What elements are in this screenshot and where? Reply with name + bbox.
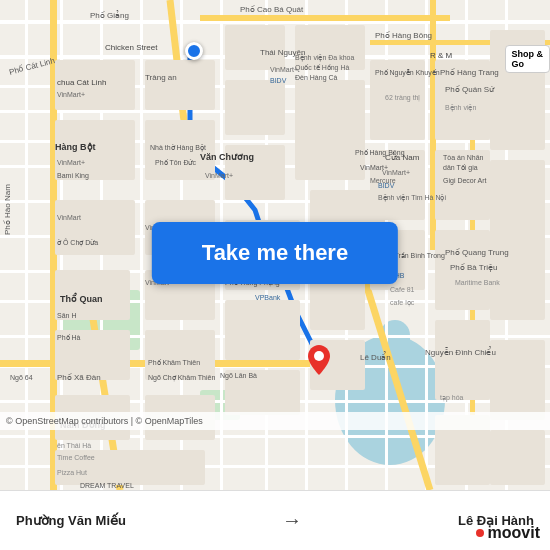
svg-line-36 [90,300,120,490]
svg-rect-6 [0,20,550,24]
svg-rect-50 [55,200,135,255]
svg-text:Cafe 81: Cafe 81 [390,286,415,293]
svg-text:Tràng an: Tràng an [145,73,177,82]
svg-text:Văn Chương: Văn Chương [200,152,254,162]
svg-text:Phố Cát Linh: Phố Cát Linh [8,56,56,77]
svg-text:Thái Nguyên: Thái Nguyên [260,48,305,57]
svg-rect-17 [0,365,550,368]
attribution-text: © OpenStreetMap contributors | © OpenMap… [6,416,203,426]
svg-rect-64 [55,330,130,380]
svg-text:Phố Nguyễn Khuyến: Phố Nguyễn Khuyến [375,69,440,77]
svg-rect-76 [490,430,545,485]
svg-text:Phố Tôn Đức: Phố Tôn Đức [155,159,196,166]
svg-text:Quốc tế Hồng Hà: Quốc tế Hồng Hà [295,64,350,72]
svg-rect-42 [470,100,475,450]
svg-text:Phố Hàng Bông: Phố Hàng Bông [375,31,432,40]
origin-info: Phường Văn Miếu [16,513,126,528]
svg-text:VinMart+: VinMart+ [57,91,85,98]
svg-text:Bệnh viện: Bệnh viện [445,104,476,112]
svg-text:Pizza Hut: Pizza Hut [57,469,87,476]
svg-rect-39 [200,15,450,21]
svg-text:Maritime Bank: Maritime Bank [455,279,500,286]
svg-rect-12 [0,200,550,203]
svg-rect-9 [0,110,550,113]
svg-text:BIDV: BIDV [378,182,395,189]
svg-text:Nguyễn Đình Chiểu: Nguyễn Đình Chiểu [425,346,496,357]
svg-text:Phố Hào Nam: Phố Hào Nam [3,184,12,235]
svg-text:Tòa án Nhân: Tòa án Nhân [443,154,484,161]
svg-rect-70 [55,450,205,485]
svg-rect-1 [60,290,140,350]
svg-text:Đèn Hàng Cà: Đèn Hàng Cà [295,74,338,82]
svg-text:Bami King: Bami King [57,172,89,180]
svg-text:Ngõ 64: Ngõ 64 [10,374,33,382]
shop-badge-text2: Go [512,59,525,69]
svg-point-5 [335,335,445,465]
svg-rect-73 [435,320,490,400]
svg-point-150 [314,351,324,361]
svg-text:Sân H: Sân H [57,312,76,319]
svg-text:chua Cát Linh: chua Cát Linh [57,78,106,87]
svg-text:dân Tối gia: dân Tối gia [443,164,478,172]
svg-line-35 [170,0,185,130]
svg-text:Bệnh viện Tim Hà Nội: Bệnh viện Tim Hà Nội [378,194,446,202]
svg-rect-11 [0,165,550,168]
svg-rect-19 [0,435,550,438]
svg-rect-58 [435,150,490,220]
svg-text:Phố Quán Sứ: Phố Quán Sứ [445,85,495,94]
svg-rect-47 [55,120,135,180]
shop-badge: Shop & Go [505,45,551,73]
svg-rect-38 [0,360,350,367]
svg-rect-54 [370,60,425,140]
svg-text:Phố Khâm Thiên: Phố Khâm Thiên [148,359,200,366]
svg-text:VinMart+: VinMart+ [360,164,388,171]
svg-rect-55 [435,60,490,140]
svg-rect-8 [0,85,550,88]
svg-text:Cửa Nam: Cửa Nam [385,152,420,162]
svg-text:Phố Hàng Bông: Phố Hàng Bông [355,149,405,157]
svg-text:Thổ Quan: Thổ Quan [60,292,103,304]
svg-rect-4 [380,320,410,360]
svg-text:Phố Cao Bá Quát: Phố Cao Bá Quát [240,5,304,14]
attribution-bar: © OpenStreetMap contributors | © OpenMap… [0,412,550,430]
svg-text:Phố Quang Trung: Phố Quang Trung [445,248,509,257]
svg-rect-45 [225,25,285,70]
svg-text:R & M: R & M [430,51,453,60]
svg-text:Chicken Street: Chicken Street [105,43,158,52]
svg-text:ên Thái Hà: ên Thái Hà [57,442,91,449]
svg-text:VinMart+: VinMart+ [57,159,85,166]
svg-text:VinMart+: VinMart+ [205,172,233,179]
svg-text:62 tràng thị: 62 tràng thị [385,94,420,102]
svg-rect-20 [0,465,550,468]
svg-rect-59 [55,270,130,320]
svg-rect-46 [295,25,365,70]
svg-rect-44 [145,60,215,110]
svg-text:Phố Hà: Phố Hà [57,334,81,341]
svg-rect-15 [0,300,550,303]
svg-rect-53 [295,80,365,180]
svg-rect-74 [490,340,545,420]
svg-text:Time Coffee: Time Coffee [57,454,95,461]
svg-rect-72 [490,160,545,320]
svg-rect-43 [55,60,135,110]
svg-rect-52 [225,145,285,200]
svg-text:Bệnh viện Đa khoa: Bệnh viện Đa khoa [295,54,354,62]
svg-text:cafe lọc: cafe lọc [390,299,415,307]
svg-text:Phố Giảng: Phố Giảng [90,10,129,20]
svg-text:Ngõ Lân Bà: Ngõ Lân Bà [220,372,257,380]
shop-badge-text: Shop & [512,49,544,59]
bottom-bar: Phường Văn Miếu → Lê Đại Hành moovit [0,490,550,550]
take-me-there-button[interactable]: Take me there [152,222,398,284]
svg-text:Hàng Bột: Hàng Bột [55,142,96,152]
svg-text:VPBank: VPBank [255,294,281,301]
svg-text:ờ Ô Chợ Dừa: ờ Ô Chợ Dừa [57,238,98,247]
svg-text:Gigi Decor Art: Gigi Decor Art [443,177,487,185]
svg-text:Phố Xã Đàn: Phố Xã Đàn [57,373,101,382]
svg-rect-49 [225,80,285,135]
svg-rect-57 [370,150,425,220]
moovit-logo: moovit [476,524,540,542]
svg-text:tạp hóa: tạp hóa [440,394,464,402]
svg-text:Mercure: Mercure [370,177,396,184]
direction-arrow: → [282,509,302,532]
svg-text:VinMart+: VinMart+ [382,169,410,176]
